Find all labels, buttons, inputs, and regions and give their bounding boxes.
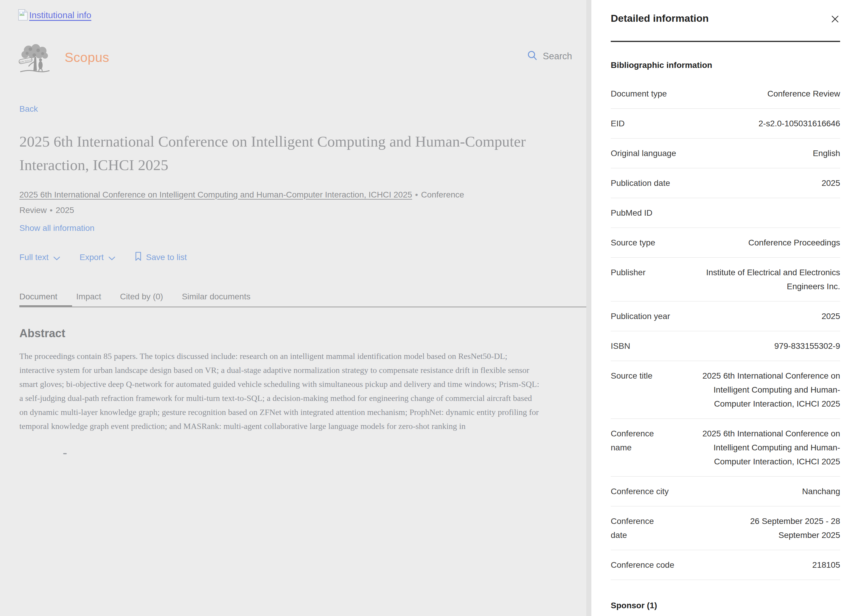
document-actions: Full text Export Save to list xyxy=(19,251,187,263)
bookmark-icon xyxy=(135,252,142,263)
table-row: Source title 2025 6th International Conf… xyxy=(611,361,840,419)
export-button[interactable]: Export xyxy=(79,252,115,263)
row-label: Publication year xyxy=(611,309,670,323)
tabs-divider xyxy=(19,307,586,307)
row-label: Conference name xyxy=(611,427,654,455)
scopus-wordmark: Scopus xyxy=(65,50,109,65)
row-label: Publisher xyxy=(611,265,646,279)
document-title: 2025 6th International Conference on Int… xyxy=(19,130,538,177)
row-label: Conference city xyxy=(611,484,669,498)
row-value: 26 September 2025 - 28 September 2025 xyxy=(750,514,840,542)
meta-separator: • xyxy=(47,206,56,215)
row-label: ISBN xyxy=(611,339,630,353)
row-label: PubMed ID xyxy=(611,206,653,220)
source-title-link[interactable]: 2025 6th International Conference on Int… xyxy=(19,190,412,199)
institutional-info-label: Institutional info xyxy=(29,10,91,20)
document-meta: 2025 6th International Conference on Int… xyxy=(19,187,484,218)
table-row: Publication date 2025 xyxy=(611,168,840,198)
table-row: Conference name 2025 6th International C… xyxy=(611,419,840,476)
row-value: Institute of Electrical and Electronics … xyxy=(706,265,840,293)
chevron-down-icon xyxy=(53,253,60,263)
row-label: Original language xyxy=(611,146,676,160)
document-tabs: Document Impact Cited by (0) Similar doc… xyxy=(19,292,250,301)
full-text-label: Full text xyxy=(19,253,48,262)
row-label: Conference date xyxy=(611,514,654,542)
table-row: Original language English xyxy=(611,138,840,168)
table-row: Source type Conference Proceedings xyxy=(611,228,840,258)
row-label: Source title xyxy=(611,369,653,383)
row-value: 2025 6th International Conference on Int… xyxy=(703,369,840,411)
row-value: Nanchang xyxy=(802,484,840,498)
institutional-info-link[interactable]: Institutional info xyxy=(18,9,91,22)
table-row: Publication year 2025 xyxy=(611,301,840,331)
meta-separator: • xyxy=(412,190,421,199)
row-value: 2025 xyxy=(822,176,840,190)
save-to-list-button[interactable]: Save to list xyxy=(135,251,187,263)
close-button[interactable] xyxy=(831,15,839,24)
detailed-information-panel: Detailed information Bibliographic infor… xyxy=(591,0,858,616)
table-row: EID 2-s2.0-105031616646 xyxy=(611,109,840,138)
table-row: Document type Conference Review xyxy=(611,79,840,109)
table-row: PubMed ID xyxy=(611,198,840,228)
tab-impact[interactable]: Impact xyxy=(76,292,101,301)
back-link[interactable]: Back xyxy=(19,104,38,114)
clipped-text-fragment xyxy=(63,453,67,454)
search-icon xyxy=(527,51,538,62)
row-value: 979-833155302-9 xyxy=(774,339,840,353)
page-scrollbar-track[interactable] xyxy=(586,0,591,616)
table-row: ISBN 979-833155302-9 xyxy=(611,331,840,361)
table-row: Conference city Nanchang xyxy=(611,476,840,506)
sponsor-item: IEEE xyxy=(611,610,840,616)
tab-cited-by[interactable]: Cited by (0) xyxy=(120,292,163,301)
row-value: 2-s2.0-105031616646 xyxy=(759,116,840,130)
bibliographic-table: Document type Conference Review EID 2-s2… xyxy=(611,79,840,580)
tab-document[interactable]: Document xyxy=(19,292,58,301)
row-label: Source type xyxy=(611,236,655,250)
table-row: Conference code 218105 xyxy=(611,550,840,580)
row-label: Publication date xyxy=(611,176,670,190)
save-to-list-label: Save to list xyxy=(146,253,187,262)
search-label: Search xyxy=(543,51,572,62)
panel-divider xyxy=(611,41,840,42)
row-value: 218105 xyxy=(813,558,840,572)
chevron-down-icon xyxy=(109,253,115,263)
sponsor-heading: Sponsor (1) xyxy=(611,601,840,610)
export-label: Export xyxy=(79,253,104,262)
row-label: Conference code xyxy=(611,558,674,572)
bibliographic-heading: Bibliographic information xyxy=(611,61,840,70)
search-button[interactable]: Search xyxy=(527,51,572,62)
close-icon xyxy=(831,19,839,24)
abstract-text: The proceedings contain 85 papers. The t… xyxy=(19,349,541,433)
row-label: Document type xyxy=(611,87,667,101)
table-row: Conference date 26 September 2025 - 28 S… xyxy=(611,506,840,550)
table-row: Publisher Institute of Electrical and El… xyxy=(611,258,840,301)
elsevier-tree-logo: NON SOLUS xyxy=(17,44,52,74)
row-value: 2025 xyxy=(822,309,840,323)
show-all-information-link[interactable]: Show all information xyxy=(19,223,95,233)
row-value: Conference Review xyxy=(768,87,840,101)
row-value: English xyxy=(813,146,840,160)
document-year: 2025 xyxy=(56,206,74,215)
abstract-heading: Abstract xyxy=(19,327,65,340)
row-label: EID xyxy=(611,116,625,130)
tab-similar-documents[interactable]: Similar documents xyxy=(182,292,250,301)
row-value: Conference Proceedings xyxy=(748,236,840,250)
panel-title: Detailed information xyxy=(611,12,840,24)
row-value: 2025 6th International Conference on Int… xyxy=(703,427,840,469)
broken-image-icon xyxy=(18,9,28,22)
main-content-area: Institutional info NON SOLUS Sco xyxy=(0,0,586,616)
full-text-button[interactable]: Full text xyxy=(19,252,60,263)
